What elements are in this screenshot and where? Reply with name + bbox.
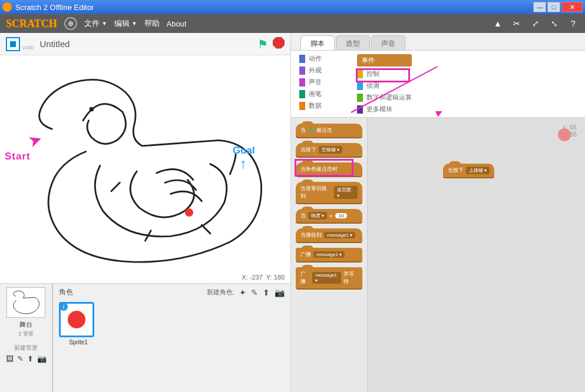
grow-icon[interactable]: ⤢ xyxy=(530,18,541,29)
editor-tabs: 脚本 造型 声音 xyxy=(291,33,585,51)
window-title: Scratch 2 Offline Editor xyxy=(15,3,94,12)
canvas-block-key-up[interactable]: 当按下上移键 ▾ xyxy=(443,164,494,177)
svg-point-0 xyxy=(90,107,94,112)
fullscreen-icon[interactable] xyxy=(6,37,20,51)
stage-thumb-label: 舞台 xyxy=(4,320,48,329)
cat-sound[interactable]: 声音 xyxy=(299,78,322,87)
menu-about[interactable]: About xyxy=(167,19,187,28)
menu-edit[interactable]: 编辑▼ xyxy=(114,18,137,29)
window-titlebar: Scratch 2 Offline Editor — □ ✕ xyxy=(0,0,585,14)
block-when-receive[interactable]: 当接收到message1 ▾ xyxy=(296,228,362,242)
minimize-button[interactable]: — xyxy=(533,2,546,12)
green-flag-icon[interactable]: ⚑ xyxy=(257,37,268,51)
backdrop-camera-icon[interactable]: 📷 xyxy=(37,354,47,363)
cat-motion[interactable]: 动作 xyxy=(299,54,322,63)
cat-looks[interactable]: 外观 xyxy=(299,66,322,75)
stamp-icon[interactable]: ▲ xyxy=(492,18,504,29)
project-title[interactable]: Untitled xyxy=(40,39,70,49)
block-palette: 当⚑被点击 当按下空格键 ▾ 当角色被点击时 当背景切换到迷宫图 ▾ 当响度 ▾… xyxy=(291,118,368,392)
block-broadcast-wait[interactable]: 广播message1 ▾并等待 xyxy=(296,267,362,288)
block-when-sprite-clicked[interactable]: 当角色被点击时 xyxy=(296,162,362,176)
menubar: SCRATCH ⊕ 文件▼ 编辑▼ 帮助 About ▲ ✂ ⤢ ⤡ ? xyxy=(0,14,585,33)
stage-header: v430 Untitled ⚑ xyxy=(0,33,290,55)
sprite-red-dot[interactable] xyxy=(185,208,193,217)
sprites-header: 角色 xyxy=(59,287,73,297)
sprite-paint-icon[interactable]: ✎ xyxy=(251,288,258,297)
help-icon[interactable]: ? xyxy=(567,18,579,29)
sprite-info-icon[interactable]: i xyxy=(60,303,68,311)
app-icon xyxy=(2,2,12,12)
menu-file[interactable]: 文件▼ xyxy=(84,18,107,29)
sprite-camera-icon[interactable]: 📷 xyxy=(275,288,285,297)
version-label: v430 xyxy=(22,45,34,51)
start-label: Start xyxy=(5,151,31,162)
stage-thumb-sub: 2 背景 xyxy=(4,330,48,338)
block-when-flag-clicked[interactable]: 当⚑被点击 xyxy=(296,124,362,137)
goal-arrow-icon: ↑ xyxy=(240,155,247,172)
cat-data[interactable]: 数据 xyxy=(299,101,322,110)
sprite-name: Sprite1 xyxy=(59,339,98,346)
tab-sounds[interactable]: 声音 xyxy=(371,35,405,50)
block-when-loudness[interactable]: 当响度 ▾>10 xyxy=(296,209,362,222)
canvas-coords: x: 66 y: -36 xyxy=(560,124,577,138)
backdrop-upload-icon[interactable]: ⬆ xyxy=(27,354,34,363)
cat-sensing[interactable]: 侦测 xyxy=(357,81,412,90)
stop-icon[interactable] xyxy=(273,37,285,49)
menu-help[interactable]: 帮助 xyxy=(144,18,160,29)
close-button[interactable]: ✕ xyxy=(561,2,583,12)
cut-icon[interactable]: ✂ xyxy=(511,18,523,29)
stage-thumbnail[interactable] xyxy=(6,287,45,318)
tab-scripts[interactable]: 脚本 xyxy=(300,35,335,50)
tab-costumes[interactable]: 造型 xyxy=(336,35,370,50)
sprite-area: 舞台 2 背景 新建背景 🖼 ✎ ⬆ 📷 角色 新建角色: ✦ ✎ xyxy=(0,283,290,392)
stage-coords: X: -237 Y: 180 xyxy=(242,274,285,281)
language-globe-icon[interactable]: ⊕ xyxy=(64,17,77,30)
new-backdrop-label: 新建背景 xyxy=(4,344,48,352)
script-canvas[interactable]: x: 66 y: -36 当按下上移键 ▾ xyxy=(368,118,585,392)
sprite-library-icon[interactable]: ✦ xyxy=(239,288,246,297)
cat-more[interactable]: 更多模块 xyxy=(357,105,412,114)
goal-label: Goal xyxy=(233,145,255,157)
sprite-upload-icon[interactable]: ⬆ xyxy=(263,288,270,297)
cat-events[interactable]: 事件 xyxy=(357,54,412,67)
block-broadcast[interactable]: 广播message1 ▾ xyxy=(296,248,362,261)
new-sprite-label: 新建角色: xyxy=(207,288,234,297)
cat-pen[interactable]: 画笔 xyxy=(299,89,322,98)
shrink-icon[interactable]: ⤡ xyxy=(548,18,560,29)
block-when-key-pressed[interactable]: 当按下空格键 ▾ xyxy=(296,143,362,157)
stage[interactable]: Start ➤ Goal ↑ X: -237 Y: 180 xyxy=(0,55,290,283)
maximize-button[interactable]: □ xyxy=(547,2,560,12)
block-when-bg-switches[interactable]: 当背景切换到迷宫图 ▾ xyxy=(296,182,362,203)
scratch-logo: SCRATCH xyxy=(6,18,57,30)
cat-control[interactable]: 控制 xyxy=(357,69,412,78)
backdrop-library-icon[interactable]: 🖼 xyxy=(6,354,14,363)
backdrop-paint-icon[interactable]: ✎ xyxy=(17,354,24,363)
sprite-thumbnail[interactable]: i xyxy=(59,302,94,337)
